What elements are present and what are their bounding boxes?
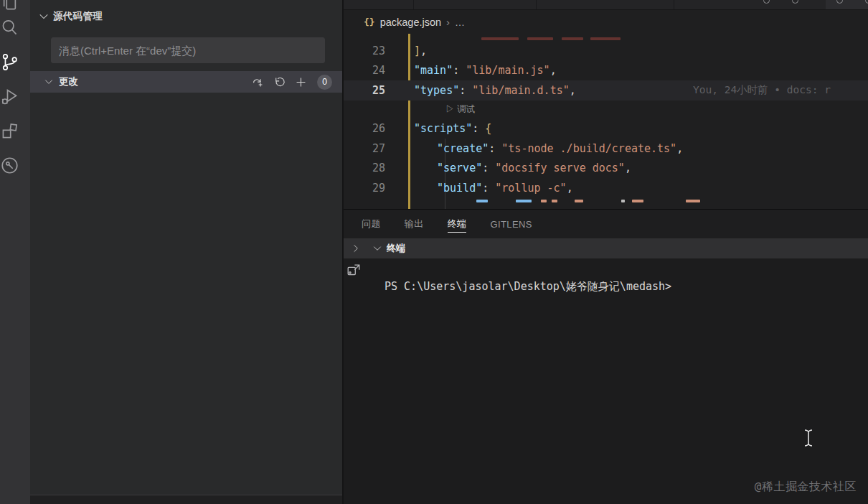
chevron-down-icon (372, 243, 383, 254)
activity-bar (0, 0, 30, 504)
line-number: 25 (344, 84, 385, 97)
discard-all-button[interactable] (273, 75, 286, 89)
clipped-text-fragment (481, 37, 519, 40)
terminal-launch-icon[interactable] (346, 263, 362, 281)
line-number: 26 (344, 122, 385, 135)
activity-bar-item-source-control[interactable] (0, 46, 30, 80)
code-text: "types": "lib/main.d.ts", (385, 84, 576, 97)
terminal-prompt: PS C:\Users\jasolar\Desktop\姥爷随身记\medash… (385, 280, 671, 294)
changes-section-header[interactable]: 更改 0 (30, 71, 342, 93)
run-debug-icon (0, 86, 20, 110)
line-number: 27 (344, 142, 385, 155)
source-control-header[interactable]: 源代码管理 (30, 0, 342, 33)
tab-divider (674, 0, 674, 9)
sidebar-title: 源代码管理 (53, 10, 103, 23)
code-text: "scripts": { (385, 122, 491, 135)
clipped-text-fragment (527, 37, 553, 40)
changes-count-badge: 0 (317, 75, 332, 90)
line-number: 24 (344, 64, 385, 77)
chevron-right-icon: › (446, 16, 450, 28)
code-text: "build": "rollup -c", (385, 182, 573, 195)
breadcrumb-ellipsis[interactable]: … (455, 17, 466, 28)
tab-divider (413, 0, 414, 9)
partial-tab-action-icon[interactable] (792, 0, 798, 4)
panel-tab-bar: 问题输出终端GITLENS (344, 210, 868, 238)
clipped-code-line-above (344, 34, 868, 41)
vscode-window: 源代码管理 更改 0 {} package.json › … 23],24"ma… (0, 0, 868, 504)
commit-message-input[interactable] (51, 37, 325, 63)
debug-codelens-link[interactable]: ▷ 调试 (445, 103, 475, 116)
terminal[interactable]: PS C:\Users\jasolar\Desktop\姥爷随身记\medash… (344, 258, 868, 504)
code-text: "create": "ts-node ./build/create.ts", (385, 142, 683, 155)
clipped-text-fragment (575, 200, 583, 202)
code-text: "main": "lib/main.js", (385, 64, 557, 77)
line-number: 29 (344, 182, 385, 195)
clipped-text-fragment (562, 37, 583, 40)
stash-all-button[interactable] (251, 75, 265, 89)
extensions-icon (0, 121, 20, 144)
clipped-text-fragment (621, 200, 625, 202)
terminal-section-header[interactable]: 终端 (344, 238, 868, 258)
clipped-code-line-below (344, 198, 868, 207)
codelens-row: ▷ 调试 (344, 101, 868, 119)
panel-tab-gitlens[interactable]: GITLENS (490, 210, 532, 238)
editor-tab-strip[interactable] (344, 0, 868, 10)
code-line-25[interactable]: 25"types": "lib/main.d.ts",You, 24小时前 • … (344, 80, 868, 101)
code-line-26[interactable]: 26"scripts": { (344, 119, 868, 139)
changes-actions (251, 75, 308, 89)
code-editor[interactable]: 23],24"main": "lib/main.js",25"types": "… (344, 34, 868, 209)
partial-tab-action-icon[interactable] (763, 0, 770, 4)
activity-bar-item-run-debug[interactable] (0, 80, 30, 115)
code-line-23[interactable]: 23], (344, 41, 868, 61)
breadcrumb: {} package.json › … (344, 10, 868, 34)
gitlens-blame-annotation: You, 24小时前 • docs: r (693, 80, 831, 101)
tab-divider (536, 0, 537, 9)
chevron-down-icon (37, 10, 50, 23)
chevron-right-icon[interactable] (350, 243, 362, 254)
json-braces-icon: {} (364, 17, 375, 27)
activity-bar-item-gitlens[interactable] (0, 149, 30, 184)
line-number: 28 (344, 162, 385, 174)
partial-editor-tab[interactable] (826, 0, 868, 9)
clipped-text-fragment (632, 200, 643, 202)
chevron-down-icon (43, 76, 55, 88)
code-line-27[interactable]: 27"create": "ts-node ./build/create.ts", (344, 139, 868, 159)
activity-bar-item-extensions[interactable] (0, 115, 30, 149)
activity-bar-item-explorer[interactable] (0, 0, 30, 11)
bottom-panel: 问题输出终端GITLENS 终端 PS C:\Users\jasolar\Des… (344, 209, 868, 504)
code-text: ], (385, 45, 427, 57)
clipped-text-fragment (686, 200, 700, 202)
gitlens-icon (0, 155, 20, 179)
line-number: 23 (344, 45, 385, 57)
panel-tab-问题[interactable]: 问题 (362, 210, 381, 238)
stage-all-button[interactable] (294, 75, 308, 89)
activity-bar-item-search[interactable] (0, 11, 30, 46)
editor-group: {} package.json › … 23],24"main": "lib/m… (342, 0, 868, 504)
panel-tab-输出[interactable]: 输出 (405, 210, 424, 238)
changes-label: 更改 (59, 75, 251, 88)
source-control-sidebar: 源代码管理 更改 0 (30, 0, 342, 504)
clipped-text-fragment (476, 200, 488, 202)
clipped-text-fragment (552, 200, 557, 202)
code-line-29[interactable]: 29"build": "rollup -c", (344, 178, 868, 198)
code-line-24[interactable]: 24"main": "lib/main.js", (344, 61, 868, 81)
watermark: @稀土掘金技术社区 (755, 480, 857, 495)
source-control-icon (0, 52, 20, 75)
panel-tab-终端[interactable]: 终端 (448, 210, 467, 238)
breadcrumb-file[interactable]: package.json (380, 17, 441, 28)
code-line-28[interactable]: 28"serve": "docsify serve docs", (344, 159, 868, 179)
clipped-text-fragment (541, 200, 547, 202)
search-icon (0, 17, 20, 41)
clipped-text-fragment (516, 200, 532, 202)
code-text: "serve": "docsify serve docs", (385, 162, 631, 174)
terminal-section-label: 终端 (387, 242, 405, 255)
clipped-text-fragment (590, 37, 621, 40)
